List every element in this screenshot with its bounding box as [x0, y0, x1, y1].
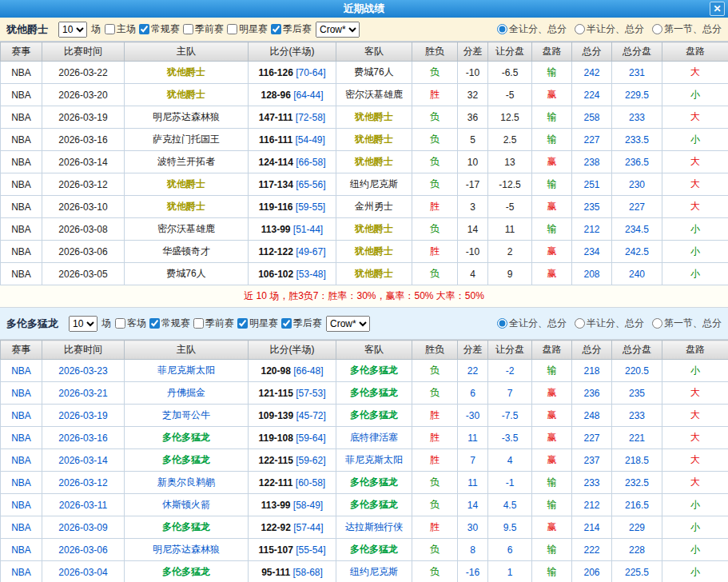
line-type-radio[interactable] [575, 24, 585, 34]
filter-checkbox[interactable] [271, 24, 281, 34]
over-under-cell: 小 [662, 561, 728, 582]
filter-option[interactable]: 季前赛 [183, 22, 224, 36]
game-row: NBA2026-03-16萨克拉门托国王116-111 [54-49]犹他爵士负… [1, 129, 728, 151]
handicap-result-cell: 赢 [532, 516, 572, 539]
handicap-result-cell: 赢 [532, 427, 572, 449]
line-type-option[interactable]: 半让分、总分 [575, 317, 644, 330]
handicap-result-cell: 输 [532, 62, 572, 84]
bookmaker-select[interactable]: Crow* [326, 316, 370, 332]
date-cell: 2026-03-05 [42, 263, 125, 285]
filter-option[interactable]: 明星赛 [237, 317, 278, 330]
handicap-line-cell: 4 [488, 449, 532, 472]
result-cell: 胜 [412, 449, 458, 472]
column-header: 总分 [572, 42, 612, 62]
handicap-result-cell: 输 [532, 129, 572, 151]
total-line-cell: 216.5 [612, 494, 662, 516]
score-cell: 95-111 [58-68] [249, 561, 336, 582]
total-line-cell: 220.5 [612, 360, 662, 382]
line-type-option[interactable]: 第一节、总分 [652, 317, 722, 330]
line-type-radio[interactable] [497, 318, 507, 329]
section-controls: 多伦多猛龙 10 场 客场常规赛季前赛明星赛季后赛 Crow* 全让分、总分半让… [0, 308, 728, 340]
league-cell: NBA [1, 360, 42, 382]
line-type-radio[interactable] [652, 24, 662, 34]
line-type-radio[interactable] [575, 318, 585, 329]
close-button[interactable]: ✕ [710, 2, 725, 16]
league-cell: NBA [1, 196, 42, 218]
team-name: 犹他爵士 [6, 22, 48, 37]
results-table: 赛事比赛时间主队比分(半场)客队胜负分差让分盘盘路总分总分盘盘路 NBA2026… [0, 42, 728, 285]
filter-checkbox[interactable] [183, 24, 193, 34]
games-count-select[interactable]: 10 [58, 22, 87, 38]
filter-option[interactable]: 明星赛 [227, 22, 268, 36]
league-cell: NBA [1, 241, 42, 263]
filter-option[interactable]: 季后赛 [271, 22, 312, 36]
date-cell: 2026-03-04 [42, 561, 125, 582]
column-header: 让分盘 [488, 341, 532, 360]
filter-checkbox[interactable] [193, 318, 204, 329]
score-cell: 116-126 [70-64] [249, 62, 336, 84]
league-cell: NBA [1, 84, 42, 106]
filter-checkbox[interactable] [115, 318, 125, 329]
score-cell: 116-111 [54-49] [249, 129, 336, 151]
line-type-radio[interactable] [652, 318, 662, 329]
line-type-radios: 全让分、总分半让分、总分第一节、总分 [497, 22, 722, 36]
column-header: 主队 [125, 341, 249, 360]
home-team-cell: 芝加哥公牛 [125, 405, 249, 427]
handicap-result-cell: 赢 [532, 449, 572, 472]
score-cell: 106-102 [53-48] [249, 263, 336, 285]
handicap-line-cell: 9.5 [488, 516, 532, 539]
game-row: NBA2026-03-11休斯顿火箭113-99 [58-49]多伦多猛龙负14… [1, 494, 728, 516]
league-cell: NBA [1, 449, 42, 472]
total-line-cell: 232.5 [612, 472, 662, 494]
filter-checkbox[interactable] [105, 24, 115, 34]
handicap-line-cell: -5 [488, 84, 532, 106]
sections-container: 犹他爵士 10 场 主场常规赛季前赛明星赛季后赛 Crow* 全让分、总分半让分… [0, 18, 728, 582]
summary-row: 近 10 场，胜3负7：胜率：30%，赢率：50% 大率：50% [0, 285, 728, 308]
total-points-cell: 248 [572, 405, 612, 427]
handicap-result-cell: 输 [532, 360, 572, 382]
filter-option[interactable]: 客场 [115, 317, 146, 330]
score-cell: 147-111 [72-58] [249, 106, 336, 129]
results-table: 赛事比赛时间主队比分(半场)客队胜负分差让分盘盘路总分总分盘盘路 NBA2026… [0, 340, 728, 582]
league-cell: NBA [1, 218, 42, 241]
filter-option[interactable]: 主场 [105, 22, 136, 36]
total-points-cell: 212 [572, 218, 612, 241]
column-header: 胜负 [412, 42, 458, 62]
total-line-cell: 231 [612, 62, 662, 84]
filter-option[interactable]: 季后赛 [281, 317, 322, 330]
league-cell: NBA [1, 561, 42, 582]
home-team-cell: 明尼苏达森林狼 [125, 106, 249, 129]
column-header: 赛事 [1, 42, 42, 62]
table-header-row: 赛事比赛时间主队比分(半场)客队胜负分差让分盘盘路总分总分盘盘路 [1, 341, 728, 360]
result-cell: 负 [412, 360, 458, 382]
filter-option[interactable]: 常规赛 [139, 22, 180, 36]
line-type-option[interactable]: 第一节、总分 [652, 22, 722, 36]
over-under-cell: 大 [662, 62, 728, 84]
total-points-cell: 234 [572, 241, 612, 263]
filter-checkbox[interactable] [281, 318, 292, 329]
home-team-cell: 犹他爵士 [125, 173, 249, 196]
filter-option[interactable]: 常规赛 [149, 317, 190, 330]
point-diff-cell: 3 [458, 196, 488, 218]
filter-checkbox[interactable] [139, 24, 149, 34]
filter-checkbox[interactable] [227, 24, 237, 34]
line-type-option[interactable]: 半让分、总分 [575, 22, 644, 36]
date-cell: 2026-03-21 [42, 382, 125, 405]
bookmaker-select[interactable]: Crow* [316, 22, 360, 38]
handicap-line-cell: 2.5 [488, 129, 532, 151]
line-type-radio[interactable] [497, 24, 507, 34]
game-row: NBA2026-03-14波特兰开拓者124-114 [66-58]犹他爵士负1… [1, 151, 728, 173]
result-cell: 负 [412, 106, 458, 129]
filter-option[interactable]: 季前赛 [193, 317, 234, 330]
game-row: NBA2026-03-22犹他爵士116-126 [70-64]费城76人负-1… [1, 62, 728, 84]
handicap-line-cell: 11 [488, 218, 532, 241]
column-header: 主队 [125, 42, 249, 62]
games-count-select[interactable]: 10 [69, 316, 97, 332]
games-suffix: 场 [91, 22, 101, 36]
league-cell: NBA [1, 427, 42, 449]
line-type-option[interactable]: 全让分、总分 [497, 317, 567, 330]
line-type-option[interactable]: 全让分、总分 [497, 22, 567, 36]
filter-checkbox[interactable] [149, 318, 160, 329]
filter-checkbox[interactable] [237, 318, 248, 329]
handicap-result-cell: 赢 [532, 405, 572, 427]
